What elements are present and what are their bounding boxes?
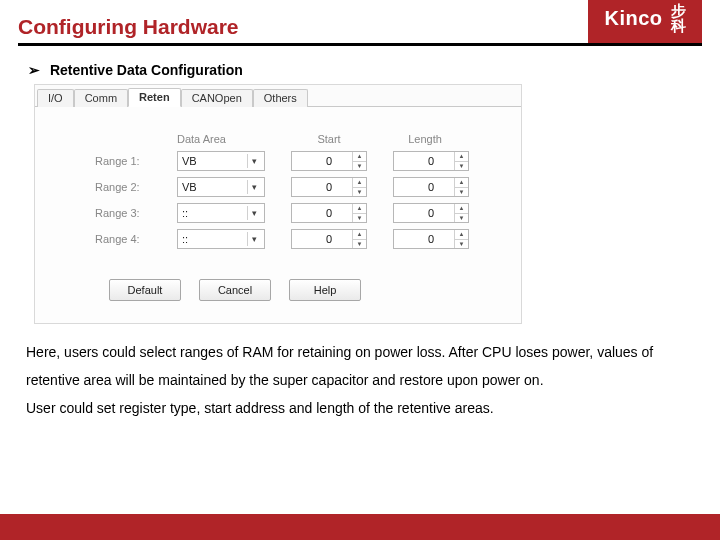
row-label: Range 1: <box>95 155 177 167</box>
start-spinner[interactable]: 0 ▲▼ <box>291 151 367 171</box>
spin-up-icon[interactable]: ▲ <box>353 152 366 162</box>
spin-down-icon[interactable]: ▼ <box>455 188 468 197</box>
description-paragraph-2: User could set register type, start addr… <box>26 394 694 422</box>
range-row-3: Range 3: :: ▾ 0 ▲▼ 0 ▲▼ <box>95 203 503 223</box>
row-label: Range 4: <box>95 233 177 245</box>
range-row-1: Range 1: VB ▾ 0 ▲▼ 0 ▲▼ <box>95 151 503 171</box>
default-button[interactable]: Default <box>109 279 181 301</box>
arrow-bullet-icon: ➢ <box>28 62 40 78</box>
brand-logo: Kinco 步 科 <box>588 0 702 43</box>
spin-down-icon[interactable]: ▼ <box>353 188 366 197</box>
spin-down-icon[interactable]: ▼ <box>353 162 366 171</box>
length-spinner[interactable]: 0 ▲▼ <box>393 229 469 249</box>
spin-down-icon[interactable]: ▼ <box>455 162 468 171</box>
length-spinner[interactable]: 0 ▲▼ <box>393 151 469 171</box>
start-spinner[interactable]: 0 ▲▼ <box>291 203 367 223</box>
col-length: Length <box>377 133 473 145</box>
page-title: Configuring Hardware <box>18 15 588 43</box>
chevron-down-icon: ▾ <box>247 180 261 194</box>
spin-up-icon[interactable]: ▲ <box>455 204 468 214</box>
section-bullet: ➢ Retentive Data Configuration <box>28 62 720 78</box>
config-dialog: I/O Comm Reten CANOpen Others Data Area … <box>34 84 522 324</box>
cancel-button[interactable]: Cancel <box>199 279 271 301</box>
chevron-down-icon: ▾ <box>247 232 261 246</box>
data-area-select[interactable]: VB ▾ <box>177 177 265 197</box>
tab-comm[interactable]: Comm <box>74 89 128 107</box>
row-label: Range 2: <box>95 181 177 193</box>
spin-down-icon[interactable]: ▼ <box>455 214 468 223</box>
chevron-down-icon: ▾ <box>247 206 261 220</box>
start-spinner[interactable]: 0 ▲▼ <box>291 177 367 197</box>
spin-up-icon[interactable]: ▲ <box>455 178 468 188</box>
section-title: Retentive Data Configuration <box>50 62 243 78</box>
row-label: Range 3: <box>95 207 177 219</box>
length-spinner[interactable]: 0 ▲▼ <box>393 203 469 223</box>
data-area-select[interactable]: :: ▾ <box>177 203 265 223</box>
spin-down-icon[interactable]: ▼ <box>353 240 366 249</box>
data-area-select[interactable]: VB ▾ <box>177 151 265 171</box>
col-start: Start <box>281 133 377 145</box>
tab-reten[interactable]: Reten <box>128 88 181 107</box>
column-headers: Data Area Start Length <box>177 133 503 145</box>
logo-text-en: Kinco <box>604 7 662 30</box>
tab-strip: I/O Comm Reten CANOpen Others <box>35 85 521 107</box>
tab-canopen[interactable]: CANOpen <box>181 89 253 107</box>
chevron-down-icon: ▾ <box>247 154 261 168</box>
spin-up-icon[interactable]: ▲ <box>455 152 468 162</box>
spin-down-icon[interactable]: ▼ <box>455 240 468 249</box>
footer-bar <box>0 514 720 540</box>
spin-up-icon[interactable]: ▲ <box>353 230 366 240</box>
col-data-area: Data Area <box>177 133 281 145</box>
data-area-select[interactable]: :: ▾ <box>177 229 265 249</box>
spin-up-icon[interactable]: ▲ <box>353 204 366 214</box>
spin-up-icon[interactable]: ▲ <box>353 178 366 188</box>
range-row-4: Range 4: :: ▾ 0 ▲▼ 0 ▲▼ <box>95 229 503 249</box>
help-button[interactable]: Help <box>289 279 361 301</box>
description-paragraph-1: Here, users could select ranges of RAM f… <box>26 338 694 394</box>
start-spinner[interactable]: 0 ▲▼ <box>291 229 367 249</box>
tab-others[interactable]: Others <box>253 89 308 107</box>
spin-down-icon[interactable]: ▼ <box>353 214 366 223</box>
range-row-2: Range 2: VB ▾ 0 ▲▼ 0 ▲▼ <box>95 177 503 197</box>
length-spinner[interactable]: 0 ▲▼ <box>393 177 469 197</box>
tab-io[interactable]: I/O <box>37 89 74 107</box>
spin-up-icon[interactable]: ▲ <box>455 230 468 240</box>
logo-text-cn: 步 科 <box>671 3 687 33</box>
